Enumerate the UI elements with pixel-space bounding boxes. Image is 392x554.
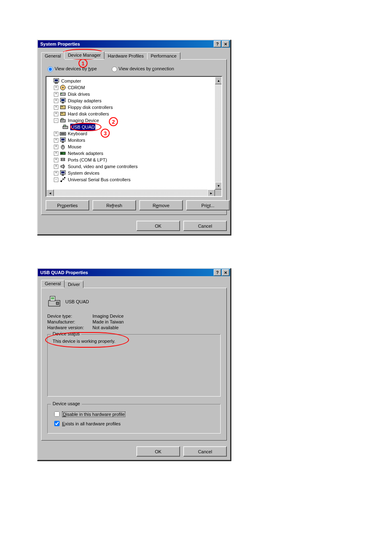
monitor-icon <box>60 137 66 143</box>
tree-node-hdd-controllers[interactable]: + Hard disk controllers <box>48 111 221 117</box>
mouse-icon <box>60 143 66 150</box>
tree-node-usb-controllers[interactable]: - Universal Serial Bus controllers <box>48 176 221 183</box>
svg-point-31 <box>63 159 64 160</box>
svg-rect-25 <box>62 142 64 143</box>
svg-point-30 <box>62 159 62 160</box>
svg-rect-12 <box>60 112 65 115</box>
disk-icon <box>60 91 66 97</box>
svg-rect-33 <box>61 171 65 173</box>
tree-node-floppy-controllers[interactable]: + Floppy disk controllers <box>48 104 221 111</box>
device-type-label: Device type: <box>47 314 92 319</box>
titlebar[interactable]: System Properties ? ✕ <box>38 40 230 48</box>
titlebar[interactable]: USB QUAD Properties ? ✕ <box>38 269 230 276</box>
device-name: USB QUAD <box>65 299 89 304</box>
tab-general[interactable]: General <box>41 280 65 288</box>
ok-button[interactable]: OK <box>136 446 180 457</box>
cancel-button[interactable]: Cancel <box>183 446 227 457</box>
tree-node-usb-quad[interactable]: USB QUAD <box>48 124 221 130</box>
tree-node-cdrom[interactable]: + CDROM <box>48 84 221 91</box>
vertical-scrollbar[interactable]: ▲ ▼ <box>215 77 221 189</box>
radio-view-by-type-input[interactable] <box>48 67 53 72</box>
tree-node-computer[interactable]: Computer <box>48 78 221 84</box>
device-status-legend: Device status <box>51 331 81 336</box>
dialog-title: System Properties <box>39 42 213 46</box>
expand-icon[interactable]: + <box>54 112 58 116</box>
expand-icon[interactable]: + <box>54 151 58 156</box>
disable-in-profile-label: Disable in this hardware profile <box>62 411 125 417</box>
tree-node-system-devices[interactable]: + System devices <box>48 170 221 176</box>
expand-icon[interactable]: + <box>54 85 58 90</box>
expand-icon[interactable]: + <box>54 99 58 103</box>
tabstrip: General Driver <box>41 279 227 288</box>
close-button[interactable]: ✕ <box>222 269 229 276</box>
port-icon <box>60 157 66 163</box>
expand-icon[interactable]: + <box>54 138 58 143</box>
properties-button[interactable]: Properties <box>46 200 89 210</box>
tree-node-imaging-device[interactable]: - Imaging Device <box>48 117 221 124</box>
radio-view-by-type[interactable]: View devices by type <box>46 65 97 72</box>
tree-node-monitors[interactable]: + Monitors <box>48 137 221 143</box>
radio-view-by-connection-input[interactable] <box>112 67 117 72</box>
expand-icon[interactable]: + <box>54 158 58 162</box>
refresh-button[interactable]: Refresh <box>92 200 136 210</box>
tree-node-network-adapters[interactable]: + Network adapters <box>48 150 221 157</box>
svg-rect-22 <box>61 134 65 134</box>
collapse-icon[interactable]: - <box>54 118 58 123</box>
tree-node-keyboard[interactable]: + Keyboard <box>48 130 221 137</box>
expand-icon[interactable]: + <box>54 145 58 149</box>
display-icon <box>60 97 66 104</box>
ok-button[interactable]: OK <box>136 221 180 231</box>
general-panel: USB QUAD Device type: Imaging Device Man… <box>41 288 227 441</box>
sound-icon <box>60 163 66 170</box>
controller-icon <box>60 111 66 117</box>
svg-rect-20 <box>60 132 66 135</box>
tabstrip: General Device Manager Hardware Profiles… <box>41 51 227 59</box>
cancel-button[interactable]: Cancel <box>183 221 227 231</box>
scroll-up-icon[interactable]: ▲ <box>215 77 222 84</box>
help-button[interactable]: ? <box>214 269 221 276</box>
tab-driver[interactable]: Driver <box>64 281 83 288</box>
svg-rect-39 <box>51 297 54 300</box>
tab-device-manager[interactable]: Device Manager <box>64 51 104 59</box>
collapse-icon[interactable]: - <box>54 178 58 182</box>
expand-icon[interactable]: + <box>54 132 58 136</box>
close-button[interactable]: ✕ <box>222 41 229 47</box>
scroll-down-icon[interactable]: ▼ <box>215 182 222 189</box>
tab-general[interactable]: General <box>41 52 65 60</box>
imaging-icon <box>62 124 69 130</box>
expand-icon[interactable]: + <box>54 92 58 97</box>
scroll-left-icon[interactable]: ◄ <box>46 189 54 197</box>
tab-hardware-profiles[interactable]: Hardware Profiles <box>104 52 147 60</box>
help-button[interactable]: ? <box>214 41 221 47</box>
expand-icon[interactable]: + <box>54 105 58 110</box>
selected-node-label: USB QUAD <box>70 124 95 130</box>
svg-rect-40 <box>56 302 59 305</box>
expand-icon[interactable]: + <box>54 171 58 175</box>
svg-rect-36 <box>64 177 65 178</box>
keyboard-icon <box>60 130 66 137</box>
horizontal-scrollbar[interactable]: ◄ ► <box>46 189 215 196</box>
tree-node-disk-drives[interactable]: + Disk drives <box>48 91 221 97</box>
device-usage-group: Device usage Disable in this hardware pr… <box>47 404 221 434</box>
remove-button[interactable]: Remove <box>139 200 183 210</box>
svg-rect-6 <box>61 93 62 94</box>
disable-in-profile-checkbox[interactable] <box>54 411 60 417</box>
hardware-version-value: Not available <box>92 325 119 330</box>
print-button[interactable]: Print... <box>186 200 230 210</box>
svg-rect-34 <box>62 175 64 175</box>
exists-all-profiles-checkbox[interactable] <box>54 421 60 426</box>
radio-view-by-connection[interactable]: View devices by connection <box>110 65 174 72</box>
tab-performance[interactable]: Performance <box>147 52 180 60</box>
tree-node-sound[interactable]: + Sound, video and game controllers <box>48 163 221 170</box>
tree-node-mouse[interactable]: + Mouse <box>48 143 221 150</box>
manufacturer-value: Made in Taiwan <box>92 319 124 324</box>
svg-rect-9 <box>62 102 64 103</box>
svg-rect-1 <box>55 79 58 81</box>
svg-rect-8 <box>61 99 65 101</box>
expand-icon[interactable]: + <box>54 164 58 169</box>
scroll-right-icon[interactable]: ► <box>208 189 215 197</box>
tree-node-ports[interactable]: + Ports (COM & LPT) <box>48 157 221 163</box>
tree-node-display-adapters[interactable]: + Display adapters <box>48 97 221 104</box>
svg-rect-5 <box>60 93 65 95</box>
device-tree[interactable]: Computer + CDROM + Disk drives <box>46 76 222 197</box>
